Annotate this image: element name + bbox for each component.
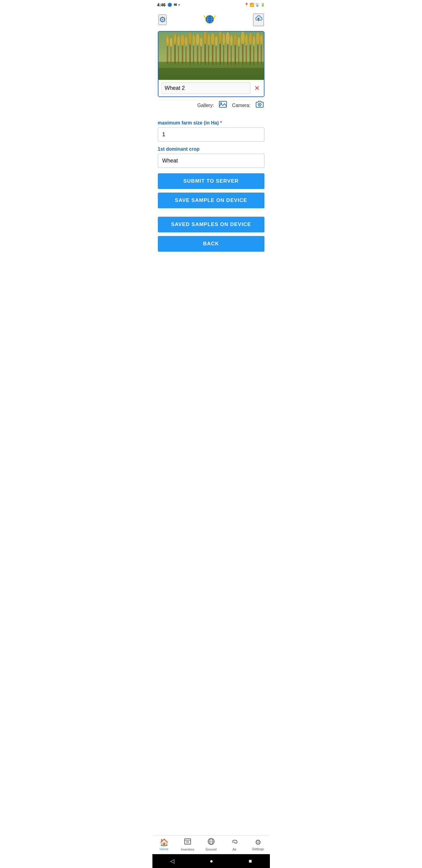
svg-point-17 bbox=[195, 33, 200, 45]
back-button[interactable]: BACK bbox=[158, 236, 264, 252]
svg-rect-12 bbox=[174, 45, 175, 64]
svg-rect-63 bbox=[219, 101, 227, 107]
svg-point-33 bbox=[256, 32, 260, 44]
app-logo bbox=[203, 12, 216, 27]
nav-item-ground[interactable]: Ground bbox=[199, 838, 223, 851]
svg-rect-26 bbox=[227, 44, 228, 65]
svg-point-59 bbox=[260, 34, 263, 45]
svg-point-13 bbox=[181, 34, 185, 46]
android-back-button[interactable]: ◁ bbox=[170, 858, 174, 864]
svg-point-27 bbox=[233, 34, 237, 45]
clear-image-button[interactable]: ✕ bbox=[253, 83, 261, 93]
svg-rect-62 bbox=[158, 68, 264, 80]
time-display: 4:46 bbox=[157, 2, 166, 7]
inventory-icon bbox=[184, 838, 191, 847]
inventory-svg bbox=[184, 838, 191, 845]
svg-point-55 bbox=[245, 34, 248, 45]
gallery-button[interactable] bbox=[219, 100, 227, 111]
status-time: 4:46 🔵 ✉ • bbox=[157, 2, 180, 7]
upload-button[interactable] bbox=[253, 13, 264, 26]
ground-icon bbox=[207, 838, 215, 847]
svg-point-51 bbox=[230, 35, 233, 46]
media-row: Gallery: Camera: bbox=[153, 97, 270, 117]
svg-point-45 bbox=[207, 34, 210, 45]
svg-point-43 bbox=[200, 37, 203, 47]
svg-point-37 bbox=[177, 35, 180, 46]
android-recent-button[interactable]: ■ bbox=[249, 858, 252, 864]
svg-point-15 bbox=[188, 32, 192, 44]
image-input-row: ✕ bbox=[158, 80, 264, 96]
nav-item-inventory[interactable]: Inventory bbox=[176, 838, 199, 851]
svg-point-41 bbox=[192, 34, 195, 46]
home-icon: 🏠 bbox=[160, 838, 169, 846]
nav-label-settings: Settings bbox=[252, 847, 264, 851]
dominant-crop-input[interactable] bbox=[158, 154, 264, 168]
svg-rect-20 bbox=[204, 44, 206, 65]
nav-label-ground: Ground bbox=[205, 847, 217, 851]
svg-point-35 bbox=[170, 37, 172, 47]
status-icon-2: ✉ bbox=[174, 3, 177, 7]
svg-point-29 bbox=[241, 32, 245, 44]
location-icon: 📍 bbox=[244, 3, 249, 7]
svg-rect-16 bbox=[190, 44, 191, 65]
submit-button[interactable]: SUBMIT TO SERVER bbox=[158, 173, 264, 189]
max-farm-size-label: maximum farm size (in Ha) * bbox=[158, 120, 264, 126]
svg-point-53 bbox=[237, 37, 240, 46]
status-icon-1: 🔵 bbox=[167, 3, 172, 7]
svg-rect-30 bbox=[242, 44, 244, 65]
android-nav-bar: ◁ ● ■ bbox=[153, 854, 270, 868]
wheat-field-svg bbox=[158, 32, 264, 80]
save-device-button[interactable]: SAVE SAMPLE ON DEVICE bbox=[158, 193, 264, 208]
svg-point-19 bbox=[203, 32, 207, 44]
svg-rect-9 bbox=[167, 46, 168, 64]
cloud-upload-icon bbox=[254, 14, 263, 24]
settings-button[interactable]: ⚙ bbox=[158, 14, 167, 25]
dominant-crop-label: 1st dominant crop bbox=[158, 147, 264, 152]
svg-point-23 bbox=[218, 32, 222, 44]
svg-point-49 bbox=[222, 33, 225, 45]
max-farm-size-input[interactable] bbox=[158, 127, 264, 142]
app-header: ⚙ bbox=[153, 10, 270, 31]
nav-label-air: Air bbox=[232, 847, 236, 851]
air-icon bbox=[231, 838, 238, 847]
logo-icon bbox=[203, 12, 216, 25]
battery-icon: 🔋 bbox=[261, 3, 265, 7]
gallery-icon bbox=[219, 100, 227, 108]
svg-point-21 bbox=[210, 33, 215, 45]
image-name-input[interactable] bbox=[161, 82, 251, 94]
svg-rect-14 bbox=[182, 46, 183, 64]
camera-label: Camera: bbox=[232, 103, 250, 108]
svg-point-57 bbox=[252, 36, 255, 46]
air-svg bbox=[231, 838, 238, 845]
nav-item-settings[interactable]: ⚙ Settings bbox=[247, 838, 270, 851]
nav-label-home: Home bbox=[160, 847, 168, 851]
camera-button[interactable] bbox=[255, 100, 264, 111]
svg-point-47 bbox=[215, 36, 218, 46]
svg-point-31 bbox=[249, 33, 252, 45]
status-icon-3: • bbox=[178, 3, 180, 7]
nav-label-inventory: Inventory bbox=[181, 847, 194, 851]
form-section: maximum farm size (in Ha) * 1st dominant… bbox=[153, 120, 270, 169]
svg-point-39 bbox=[185, 36, 188, 46]
android-home-button[interactable]: ● bbox=[210, 858, 213, 864]
svg-rect-34 bbox=[257, 44, 258, 65]
wifi-icon: 📶 bbox=[250, 3, 254, 7]
settings-nav-icon: ⚙ bbox=[255, 838, 261, 846]
nav-item-home[interactable]: 🏠 Home bbox=[153, 838, 176, 851]
signal-icon: 📡 bbox=[255, 3, 260, 7]
svg-point-64 bbox=[221, 102, 222, 104]
status-icons: 📍 📶 📡 🔋 bbox=[244, 3, 265, 7]
nav-item-air[interactable]: Air bbox=[223, 838, 247, 851]
svg-point-25 bbox=[226, 32, 230, 44]
image-card: ✕ bbox=[158, 31, 264, 97]
bottom-nav: 🏠 Home Inventory Ground bbox=[153, 835, 270, 855]
status-bar: 4:46 🔵 ✉ • 📍 📶 📡 🔋 bbox=[153, 0, 270, 10]
svg-rect-24 bbox=[220, 44, 221, 65]
svg-point-66 bbox=[259, 104, 260, 105]
gallery-label: Gallery: bbox=[197, 103, 214, 108]
content-scroll[interactable]: ✕ Gallery: Camera: maximum farm size (in… bbox=[153, 31, 270, 868]
camera-icon bbox=[255, 100, 264, 108]
ground-svg bbox=[207, 838, 215, 845]
wheat-image bbox=[158, 32, 264, 80]
saved-samples-button[interactable]: SAVED SAMPLES ON DEVICE bbox=[158, 217, 264, 232]
